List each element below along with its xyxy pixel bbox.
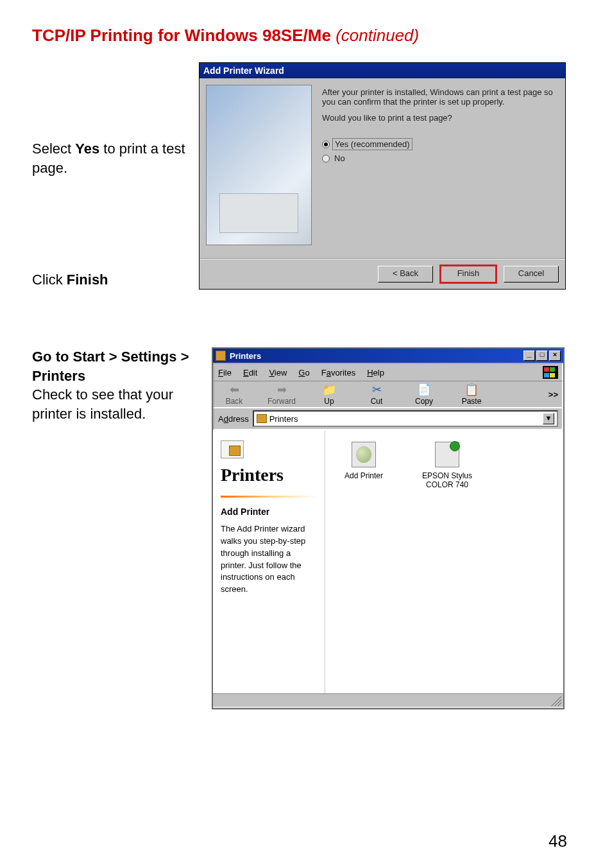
dropdown-icon[interactable]: ▼ [543, 413, 554, 424]
status-bar [213, 693, 563, 707]
explorer-titlebar: Printers _ □ × [213, 349, 563, 363]
tool-up[interactable]: 📁 Up [313, 383, 345, 406]
menu-help[interactable]: Help [367, 368, 384, 378]
menu-bar: File Edit View Go Favorites Help [213, 363, 563, 381]
menu-edit[interactable]: Edit [243, 368, 257, 378]
paste-icon: 📋 [464, 383, 479, 397]
radio-no-label: No [332, 153, 347, 164]
tool-cut[interactable]: ✂ Cut [361, 383, 393, 406]
menu-favorites[interactable]: Favorites [321, 368, 355, 378]
page-title: TCP/IP Printing for Windows 98SE/Me (con… [32, 26, 580, 46]
maximize-button[interactable]: □ [536, 351, 548, 361]
page-number: 48 [548, 831, 567, 851]
address-value: Printers [269, 414, 298, 424]
item-epson-printer[interactable]: EPSON Stylus COLOR 740 [415, 442, 479, 489]
side-description: The Add Printer wizard walks you step-by… [221, 523, 317, 596]
address-label: Address [218, 414, 249, 424]
folder-icon [216, 351, 226, 361]
scissors-icon: ✂ [369, 383, 384, 397]
title-main: TCP/IP Printing for Windows 98SE/Me [32, 26, 331, 45]
item-label: EPSON Stylus COLOR 740 [415, 471, 479, 489]
radio-dot-icon [322, 155, 330, 162]
radio-no[interactable]: No [322, 153, 559, 164]
finish-button[interactable]: Finish [441, 266, 496, 282]
printer-icon [435, 442, 459, 467]
add-printer-icon [352, 442, 376, 467]
explorer-side-panel: Printers Add Printer The Add Printer wiz… [213, 430, 325, 693]
windows-logo-icon [543, 366, 558, 379]
menu-go[interactable]: Go [298, 368, 309, 378]
menu-file[interactable]: File [218, 368, 232, 378]
tool-forward: ➡ Forward [266, 383, 298, 406]
title-suffix: (continued) [331, 26, 419, 45]
tool-copy[interactable]: 📄 Copy [408, 383, 440, 406]
back-arrow-icon: ⬅ [226, 383, 242, 397]
toolbar-overflow[interactable]: >> [548, 390, 558, 399]
address-field[interactable]: Printers ▼ [253, 410, 558, 427]
side-heading: Printers [221, 465, 317, 485]
resize-grip-icon[interactable] [551, 696, 561, 706]
minimize-button[interactable]: _ [523, 351, 535, 361]
item-add-printer[interactable]: Add Printer [332, 442, 396, 480]
tool-paste[interactable]: 📋 Paste [455, 383, 488, 406]
radio-yes-label: Yes (recommended) [332, 138, 412, 150]
wizard-titlebar: Add Printer Wizard [200, 63, 565, 78]
instruction-step-1: Select Yes to print a test page. [32, 62, 199, 177]
radio-dot-icon [322, 141, 330, 148]
copy-icon: 📄 [416, 383, 432, 397]
side-subheading: Add Printer [221, 507, 317, 517]
cancel-button[interactable]: Cancel [504, 266, 559, 282]
add-printer-wizard-dialog: Add Printer Wizard After your printer is… [199, 62, 566, 290]
toolbar: ⬅ Back ➡ Forward 📁 Up ✂ Cut 📄 Copy [213, 381, 563, 408]
forward-arrow-icon: ➡ [274, 383, 289, 397]
explorer-content: Add Printer EPSON Stylus COLOR 740 [325, 430, 563, 693]
back-button[interactable]: < Back [378, 266, 433, 282]
address-bar: Address Printers ▼ [213, 408, 563, 430]
close-button[interactable]: × [549, 351, 561, 361]
item-label: Add Printer [344, 471, 383, 480]
explorer-title-text: Printers [230, 351, 261, 361]
instruction-step-2: Click Finish [32, 177, 199, 290]
wizard-text-2: Would you like to print a test page? [322, 113, 559, 123]
tool-back: ⬅ Back [218, 383, 250, 406]
up-folder-icon: 📁 [321, 383, 337, 397]
instruction-step-3: Go to Start > Settings > Printers Check … [32, 347, 212, 424]
printers-explorer-window: Printers _ □ × File Edit View Go Favorit… [212, 347, 565, 709]
menu-view[interactable]: View [269, 368, 287, 378]
wizard-illustration [206, 85, 312, 245]
folder-icon [257, 414, 267, 423]
radio-yes[interactable]: Yes (recommended) [322, 138, 559, 150]
printers-folder-icon [221, 440, 244, 458]
wizard-text-1: After your printer is installed, Windows… [322, 87, 559, 107]
